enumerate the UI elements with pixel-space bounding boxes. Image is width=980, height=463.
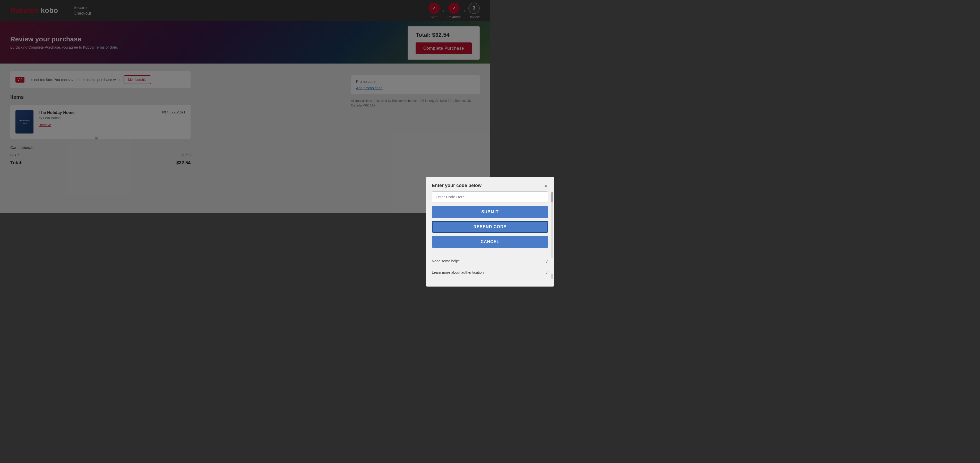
modal-header: Enter your code below ▲ bbox=[426, 177, 490, 191]
modal-dialog: Enter your code below ▲ SUBMIT RESEND CO… bbox=[426, 177, 490, 232]
resend-code-button[interactable]: RESEND CODE bbox=[432, 221, 490, 232]
modal-body: SUBMIT RESEND CODE CANCEL Need some help… bbox=[426, 191, 490, 232]
code-input[interactable] bbox=[432, 191, 490, 203]
modal-overlay: Enter your code below ▲ SUBMIT RESEND CO… bbox=[0, 0, 490, 232]
submit-button[interactable]: SUBMIT bbox=[432, 206, 490, 218]
modal-title: Enter your code below bbox=[432, 183, 482, 188]
